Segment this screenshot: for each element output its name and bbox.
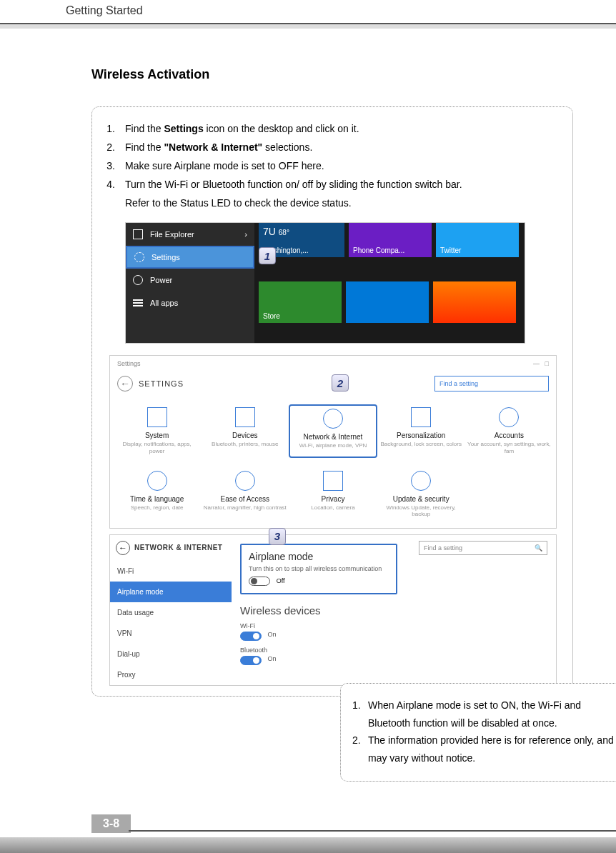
wireless-devices-heading: Wireless devices [240,604,547,617]
bluetooth-state: On [268,655,277,662]
step-num: 3. [101,157,125,176]
settings-privacy[interactable]: PrivacyLocation, camera [289,468,377,521]
settings-title: SETTINGS [139,379,184,388]
step-text: Turn the Wi-Fi or Bluetooth function on/… [125,176,564,194]
screenshot-network: ←NETWORK & INTERNET Wi-Fi Airplane mode … [109,534,557,686]
settings-personalization[interactable]: PersonalizationBackground, lock screen, … [377,404,465,457]
back-button[interactable]: ← [117,376,133,391]
callout-2: 2 [332,374,349,391]
instruction-box: 1.Find the Settings icon on the desktop … [91,106,573,697]
note-text: The information provided here is for ref… [368,732,616,767]
page-header: Getting Started [0,0,616,20]
nav-airplane[interactable]: Airplane mode [110,582,232,602]
step-num: 2. [101,139,125,157]
person-icon [499,407,519,427]
nav-dialup[interactable]: Dial-up [110,644,232,664]
file-explorer-icon [133,229,143,239]
network-title: NETWORK & INTERNET [134,544,222,552]
search-icon: 🔍 [535,544,542,552]
chapter-title: Getting Started [66,4,143,16]
gear-icon [134,252,144,262]
tile-mail[interactable] [346,281,429,323]
section-title: Wireless Activation [91,67,573,82]
airplane-heading: Airplane mode [249,551,389,562]
wifi-toggle[interactable] [240,632,262,641]
wifi-label: Wi-Fi [240,622,547,629]
personalization-icon [411,407,431,427]
step-text: Make sure Airplane mode is set to OFF he… [125,157,564,176]
search-input[interactable]: Find a setting🔍 [419,541,547,555]
page-number: 3-8 [91,814,131,833]
bluetooth-label: Bluetooth [240,647,547,654]
airplane-state: Off [277,577,285,584]
note-num: 1. [352,697,368,732]
callout-3: 3 [269,528,286,545]
menu-settings[interactable]: Settings [126,246,254,269]
settings-update[interactable]: Update & securityWindows Update, recover… [377,468,465,521]
menu-power[interactable]: Power [126,269,254,291]
divider [129,830,616,832]
screenshot-settings: Settings— □ ← SETTINGS Find a setting Sy… [109,355,557,528]
tile-phone[interactable]: Phone Compa... [349,223,432,257]
settings-ease[interactable]: Ease of AccessNarrator, magnifier, high … [201,468,289,521]
tile-candy[interactable] [433,281,516,323]
back-button[interactable]: ← [116,541,130,555]
step-num: 1. [101,120,125,139]
window-tab: Settings [117,360,141,367]
settings-devices[interactable]: DevicesBluetooth, printers, mouse [201,404,289,457]
tile-twitter[interactable]: Twitter [436,223,519,257]
clock-icon [147,471,167,491]
notes-box: 1.When Airplane mode is set to ON, the W… [340,683,616,782]
devices-icon [235,407,255,427]
settings-time[interactable]: Time & languageSpeech, region, date [113,468,201,521]
nav-proxy[interactable]: Proxy [110,664,232,685]
settings-network[interactable]: Network & InternetWi-Fi, airplane mode, … [289,404,377,457]
update-icon [411,471,431,491]
settings-system[interactable]: SystemDisplay, notifications, apps, powe… [113,404,201,457]
footer-bar [0,837,616,853]
step-text: Find the "Network & Internet" selections… [125,139,564,157]
search-input[interactable]: Find a setting [434,376,549,391]
step-text: Refer to the Status LED to check the dev… [125,194,564,213]
screenshot-start-menu: File Explorer› Settings Power All apps 7… [125,222,525,344]
nav-vpn[interactable]: VPN [110,623,232,644]
list-icon [133,298,143,308]
globe-icon [323,409,343,429]
tile-store[interactable]: Store [259,281,342,323]
nav-wifi[interactable]: Wi-Fi [110,561,232,582]
note-text: When Airplane mode is set to ON, the Wi-… [368,697,616,732]
menu-all-apps[interactable]: All apps [126,291,254,314]
menu-file-explorer[interactable]: File Explorer› [126,223,254,246]
wifi-state: On [268,631,277,638]
power-icon [133,275,143,285]
nav-data[interactable]: Data usage [110,602,232,623]
airplane-mode-panel: Airplane mode Turn this on to stop all w… [240,544,397,594]
note-num: 2. [352,732,368,767]
airplane-desc: Turn this on to stop all wireless commun… [249,565,389,572]
bluetooth-toggle[interactable] [240,656,262,665]
step-text: Find the Settings icon on the desktop an… [125,120,564,139]
airplane-toggle[interactable] [249,577,270,586]
chevron-right-icon: › [244,230,247,239]
lock-icon [323,471,343,491]
callout-1: 1 [259,247,276,264]
settings-accounts[interactable]: AccountsYour account, syn settings, work… [465,404,553,457]
display-icon [147,407,167,427]
step-num: 4. [101,176,125,194]
ease-icon [235,471,255,491]
